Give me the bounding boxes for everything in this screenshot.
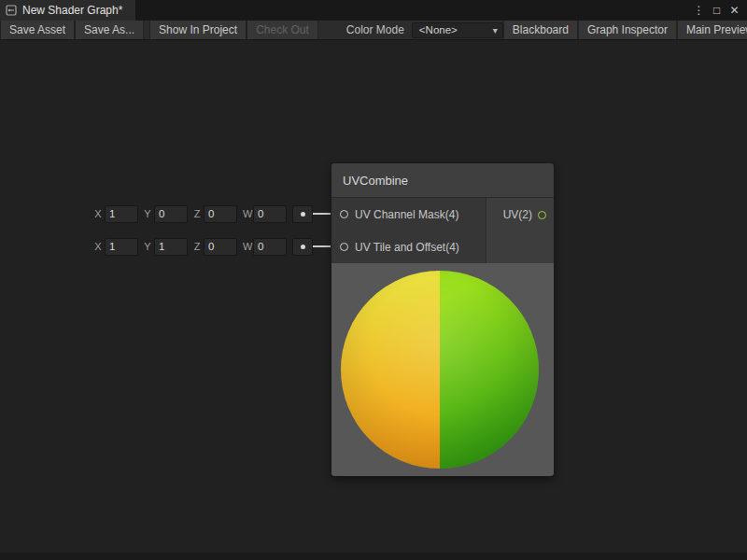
port-connector-dot [301, 212, 305, 217]
input-port-uv-channel-mask[interactable]: UV Channel Mask(4) [331, 198, 486, 231]
input-port-circle[interactable] [340, 243, 348, 251]
vector-field-input[interactable]: 0 [253, 205, 287, 223]
vector-field-input[interactable]: 0 [204, 205, 237, 223]
vector-field-y: Y 0 [144, 205, 188, 223]
window-tab[interactable]: New Shader Graph* [0, 0, 135, 21]
vector-field-y: Y 1 [144, 238, 188, 256]
node-ports: UV Channel Mask(4) UV Tile and Offset(4)… [331, 198, 554, 263]
blackboard-button[interactable]: Blackboard [503, 21, 578, 39]
vector-field-input[interactable]: 0 [253, 238, 287, 256]
vector-field-input[interactable]: 1 [154, 238, 188, 256]
output-port-uv[interactable]: UV(2) [486, 198, 554, 263]
node-title: UVCombine [343, 174, 408, 188]
vector-field-input[interactable]: 0 [204, 238, 237, 256]
window-title: New Shader Graph* [22, 4, 122, 17]
port-connector-dot [301, 245, 305, 249]
color-mode-dropdown[interactable]: <None> ▾ [412, 22, 503, 38]
main-preview-button[interactable]: Main Preview [677, 21, 747, 39]
title-bar: New Shader Graph* ⋮ □ ✕ [0, 0, 747, 21]
chevron-down-icon: ▾ [493, 25, 498, 35]
node-header[interactable]: UVCombine [331, 163, 554, 198]
port-label: UV(2) [503, 208, 532, 221]
vector-field-label: X [94, 241, 102, 252]
node-preview [331, 263, 554, 476]
vector-port-box[interactable] [292, 238, 313, 256]
vector-field-input[interactable]: 1 [105, 205, 138, 223]
input-port-circle[interactable] [340, 210, 348, 218]
vector-field-z: Z 0 [193, 238, 237, 256]
color-mode-label: Color Mode [318, 23, 412, 36]
port-label: UV Channel Mask(4) [355, 208, 458, 221]
bottom-window-edge [0, 553, 747, 560]
graph-canvas[interactable]: X 1 Y 0 Z 0 W 0 X 1 Y 1 Z 0 [0, 40, 747, 553]
vector-field-label: Y [144, 208, 151, 219]
vector-field-label: Z [193, 208, 201, 219]
show-in-project-button[interactable]: Show In Project [149, 21, 247, 39]
vector-field-z: Z 0 [193, 205, 237, 223]
vector-field-x: X 1 [94, 238, 138, 256]
window-controls: ⋮ □ ✕ [691, 0, 747, 21]
close-icon[interactable]: ✕ [726, 4, 742, 17]
vector-field-label: Y [144, 241, 151, 252]
save-asset-button[interactable]: Save Asset [0, 21, 75, 39]
vector-port-box[interactable] [292, 205, 313, 223]
preview-sphere [341, 271, 539, 469]
uvcombine-node[interactable]: UVCombine UV Channel Mask(4) UV Tile and… [331, 163, 554, 476]
vector-field-label: X [94, 208, 102, 219]
maximize-icon[interactable]: □ [709, 4, 725, 17]
vector-field-input[interactable]: 0 [154, 205, 188, 223]
sphere-shading [341, 271, 539, 469]
toolbar-right-group: Blackboard Graph Inspector Main Preview [503, 21, 747, 39]
shader-graph-icon [6, 5, 17, 16]
vector4-input-row-1: X 1 Y 0 Z 0 W 0 [94, 204, 313, 223]
vector-field-w: W 0 [243, 238, 287, 256]
vector-field-x: X 1 [94, 205, 138, 223]
toolbar: Save Asset Save As... Show In Project Ch… [0, 21, 747, 40]
port-label: UV Tile and Offset(4) [355, 241, 459, 254]
output-port-circle[interactable] [538, 211, 546, 219]
input-port-uv-tile-offset[interactable]: UV Tile and Offset(4) [331, 231, 486, 263]
save-as-button[interactable]: Save As... [75, 21, 144, 39]
graph-inspector-button[interactable]: Graph Inspector [578, 21, 677, 39]
vector4-input-row-2: X 1 Y 1 Z 0 W 0 [94, 237, 313, 256]
vector-field-w: W 0 [243, 205, 287, 223]
node-inputs: UV Channel Mask(4) UV Tile and Offset(4) [331, 198, 486, 263]
color-mode-value: <None> [419, 24, 458, 35]
vector-field-label: W [243, 208, 250, 219]
vector-field-label: W [243, 241, 250, 252]
vector-field-input[interactable]: 1 [105, 238, 138, 256]
menu-icon[interactable]: ⋮ [691, 4, 707, 17]
check-out-button: Check Out [247, 21, 318, 39]
vector-field-label: Z [193, 241, 201, 252]
